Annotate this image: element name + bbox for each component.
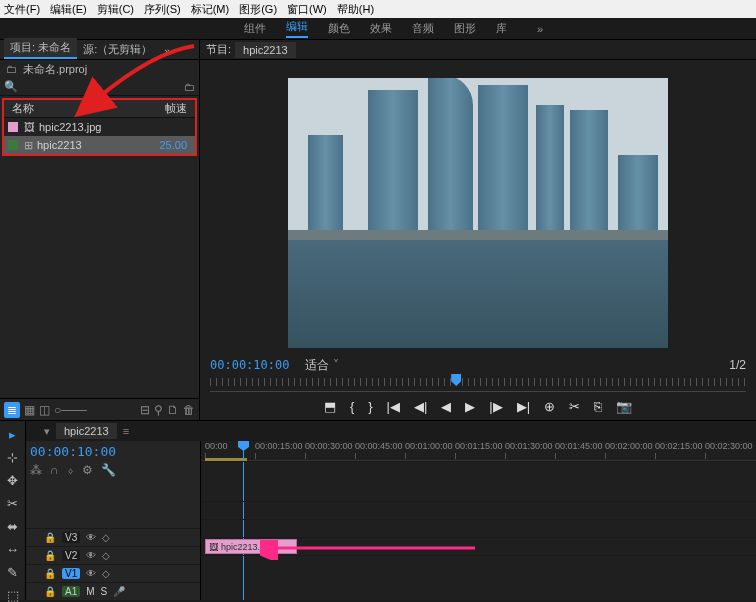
list-view-button[interactable]: ≣ [4, 402, 20, 418]
snap-icon[interactable]: ⁂ [30, 463, 42, 477]
play-button[interactable]: ▶ [465, 399, 475, 414]
annotation-red-arrow [84, 42, 204, 114]
hand-tool[interactable]: ✎ [7, 565, 18, 580]
annotation-pink-arrow [260, 540, 480, 562]
program-viewer[interactable] [200, 60, 756, 356]
bracket-out-button[interactable]: } [368, 399, 372, 414]
item-name: hpic2213.jpg [39, 121, 101, 133]
program-monitor: 节目: hpic2213 00:00:10:00 适合 1/2 ⬒ { } |◀… [200, 40, 756, 420]
solo-icon[interactable]: S [101, 586, 108, 597]
timeline-menu-icon[interactable]: ≡ [123, 425, 129, 437]
bracket-in-button[interactable]: { [350, 399, 354, 414]
tab-assembly[interactable]: 组件 [244, 21, 266, 36]
timeline-tracks-area[interactable]: 00:00 00:00:15:00 00:00:30:00 00:00:45:0… [201, 441, 756, 600]
mark-in-button[interactable]: ⬒ [324, 399, 336, 414]
track-header-v1[interactable]: 🔒V1👁◇ [26, 564, 200, 582]
record-icon[interactable]: 🎤 [113, 586, 125, 597]
menu-help[interactable]: 帮助(H) [337, 2, 374, 17]
menu-window[interactable]: 窗口(W) [287, 2, 327, 17]
export-frame-button[interactable]: 📷 [616, 399, 632, 414]
marker-icon[interactable]: ⬨ [67, 463, 74, 477]
menu-edit[interactable]: 编辑(E) [50, 2, 87, 17]
item-name: hpic2213 [37, 139, 82, 151]
zoom-slider[interactable]: ○─── [54, 403, 87, 417]
tab-effects[interactable]: 效果 [370, 21, 392, 36]
goto-in-button[interactable]: |◀ [387, 399, 400, 414]
selection-tool[interactable]: ▸ [9, 427, 16, 442]
tab-color[interactable]: 颜色 [328, 21, 350, 36]
image-file-icon: 🖼 [24, 121, 35, 133]
ripple-tool[interactable]: ✥ [7, 473, 18, 488]
preview-image [288, 78, 668, 348]
menu-clip[interactable]: 剪辑(C) [97, 2, 134, 17]
tab-graphics[interactable]: 图形 [454, 21, 476, 36]
track-v3-lane[interactable] [201, 501, 756, 519]
zoom-fit-dropdown[interactable]: 适合 [305, 357, 338, 374]
lock-icon[interactable]: 🔒 [44, 532, 56, 543]
razor-tool[interactable]: ✂ [7, 496, 18, 511]
program-sequence-tab[interactable]: hpic2213 [235, 42, 296, 58]
menu-file[interactable]: 文件(F) [4, 2, 40, 17]
track-v2-lane[interactable] [201, 519, 756, 537]
timeline-ruler[interactable]: 00:00 00:00:15:00 00:00:30:00 00:00:45:0… [201, 441, 756, 461]
lock-icon[interactable]: 🔒 [44, 568, 56, 579]
wrench-icon[interactable]: 🔧 [101, 463, 116, 477]
find-button[interactable]: ⚲ [154, 403, 163, 417]
workspace-tabs: 组件 编辑 颜色 效果 音频 图形 库 » [0, 18, 756, 40]
menu-graphics[interactable]: 图形(G) [239, 2, 277, 17]
step-forward-button[interactable]: |▶ [489, 399, 502, 414]
timeline-dropdown-icon[interactable]: ▾ [44, 425, 50, 438]
step-back-button[interactable]: ◀| [414, 399, 427, 414]
extract-button[interactable]: ⎘ [594, 399, 602, 414]
program-timecode[interactable]: 00:00:10:00 [210, 358, 289, 372]
goto-out-button[interactable]: ▶| [517, 399, 530, 414]
track-header-v3[interactable]: 🔒V3👁◇ [26, 528, 200, 546]
slip-tool[interactable]: ⬌ [7, 519, 18, 534]
track-select-tool[interactable]: ⊹ [7, 450, 18, 465]
project-item-0[interactable]: 🖼 hpic2213.jpg [4, 118, 195, 136]
eye-icon[interactable]: 👁 [86, 550, 96, 561]
eye-icon[interactable]: 👁 [86, 532, 96, 543]
play-backward-button[interactable]: ◀ [441, 399, 451, 414]
lock-icon[interactable]: 🔒 [44, 586, 56, 597]
settings-icon[interactable]: ⚙ [82, 463, 93, 477]
mute-icon[interactable]: M [86, 586, 94, 597]
timeline-timecode[interactable]: 00:00:10:00 [30, 444, 116, 459]
sequence-tab[interactable]: hpic2213 [56, 423, 117, 439]
timeline-panel: ▸ ⊹ ✥ ✂ ⬌ ↔ ✎ ⬚ T ▾ hpic2213 ≡ 00:00:10:… [0, 420, 756, 600]
link-icon[interactable]: ∩ [50, 463, 59, 477]
delete-button[interactable]: 🗑 [183, 403, 195, 417]
rectangle-tool[interactable]: ⬚ [7, 588, 19, 602]
track-header-a1[interactable]: 🔒A1MS🎤 [26, 582, 200, 600]
clip-thumb-icon: 🖼 [209, 542, 218, 552]
icon-view-button[interactable]: ▦ [24, 403, 35, 417]
project-filename: 未命名.prproj [23, 62, 87, 77]
automate-button[interactable]: ⊟ [140, 403, 150, 417]
tab-editing[interactable]: 编辑 [286, 19, 308, 38]
menu-marker[interactable]: 标记(M) [191, 2, 230, 17]
add-marker-button[interactable]: ⊕ [544, 399, 555, 414]
freeform-view-button[interactable]: ◫ [39, 403, 50, 417]
project-item-1[interactable]: ⊞ hpic2213 25.00 [4, 136, 195, 154]
tab-audio[interactable]: 音频 [412, 21, 434, 36]
lock-icon[interactable]: 🔒 [44, 550, 56, 561]
resolution-dropdown[interactable]: 1/2 [729, 358, 746, 372]
new-item-button[interactable]: 🗋 [167, 403, 179, 417]
sequence-icon: ⊞ [24, 139, 33, 152]
track-header-v2[interactable]: 🔒V2👁◇ [26, 546, 200, 564]
search-icon: 🔍 [4, 80, 18, 93]
pen-tool[interactable]: ↔ [6, 542, 19, 557]
item-framerate: 25.00 [159, 139, 187, 151]
program-scrubber[interactable] [210, 374, 746, 392]
lift-button[interactable]: ✂ [569, 399, 580, 414]
eye-icon[interactable]: 👁 [86, 568, 96, 579]
tabs-overflow-icon[interactable]: » [537, 23, 543, 35]
label-swatch [8, 140, 18, 150]
track-header-column: 00:00:10:00 ⁂ ∩ ⬨ ⚙ 🔧 🔒V3👁◇ 🔒V2👁◇ 🔒V1👁◇ … [26, 441, 201, 600]
col-name[interactable]: 名称 [12, 101, 34, 116]
label-swatch [8, 122, 18, 132]
project-tab[interactable]: 项目: 未命名 [4, 38, 77, 59]
program-title: 节目: [206, 42, 231, 57]
menu-sequence[interactable]: 序列(S) [144, 2, 181, 17]
tab-library[interactable]: 库 [496, 21, 507, 36]
